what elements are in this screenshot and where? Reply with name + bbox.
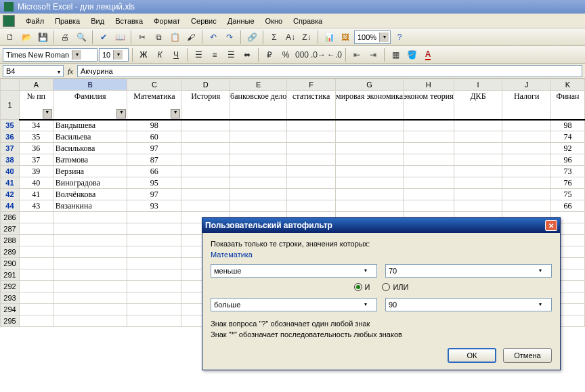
cell[interactable] [287,154,336,166]
cell[interactable] [287,177,336,189]
row-header[interactable]: 292 [1,281,20,292]
merge-center-icon[interactable]: ⬌ [240,47,255,62]
cell[interactable] [287,131,336,143]
menu-edit[interactable]: Правка [49,16,85,26]
cell[interactable]: 41 [19,189,53,200]
decrease-decimal-icon[interactable]: ←.0 [327,47,342,62]
cell[interactable] [127,223,181,235]
underline-icon[interactable]: Ч [169,47,183,62]
col-header-D[interactable]: D [181,79,230,91]
cell[interactable] [19,212,53,223]
cell[interactable]: 40 [19,177,53,189]
col-header-E[interactable]: E [230,79,287,91]
print-icon[interactable]: 🖨 [58,30,72,45]
cell[interactable] [454,177,502,189]
cell[interactable]: 87 [127,154,181,166]
cell[interactable] [53,223,127,235]
cell[interactable]: 66 [551,200,585,212]
hdr-bank[interactable]: банковское дело [230,91,287,120]
cell[interactable] [404,166,454,177]
sort-asc-icon[interactable]: A↓ [283,30,298,45]
cell[interactable] [19,235,53,246]
col-header-A[interactable]: A [19,79,53,91]
cell[interactable] [454,154,502,166]
drawing-icon[interactable]: 🖼 [338,30,353,45]
help-icon[interactable]: ? [392,30,407,45]
spellcheck-icon[interactable]: ✔ [96,30,111,45]
row-header[interactable]: 287 [1,223,20,235]
row-header[interactable]: 36 [1,131,20,143]
menu-help[interactable]: Справка [288,16,328,26]
cell[interactable] [287,189,336,200]
hdr-nalogi[interactable]: Налоги [502,91,551,120]
cell[interactable]: 98 [551,120,585,131]
row-header[interactable]: 38 [1,154,20,166]
cell[interactable] [230,131,287,143]
copy-icon[interactable]: ⧉ [151,30,166,45]
menu-data[interactable]: Данные [222,16,260,26]
font-color-icon[interactable]: A [420,47,435,62]
row-header[interactable]: 288 [1,235,20,246]
hdr-mirovaya[interactable]: мировая экономика [336,91,404,120]
cell[interactable] [53,315,127,327]
bold-icon[interactable]: Ж [136,47,151,62]
name-box[interactable]: B4 [3,65,64,77]
menu-tools[interactable]: Сервис [186,16,222,26]
cell[interactable] [53,246,127,258]
row-header[interactable]: 35 [1,120,20,131]
cell[interactable] [454,166,502,177]
save-icon[interactable]: 💾 [35,30,50,45]
cell[interactable] [181,143,230,154]
row-header[interactable]: 40 [1,166,20,177]
cell[interactable]: 36 [19,143,53,154]
row-header[interactable]: 294 [1,304,20,315]
cell[interactable] [127,212,181,223]
row-header[interactable]: 44 [1,200,20,212]
filter-button[interactable] [116,109,126,118]
autosum-icon[interactable]: Σ [267,30,282,45]
increase-indent-icon[interactable]: ⇥ [366,47,381,62]
align-center-icon[interactable]: ≡ [207,47,222,62]
italic-icon[interactable]: К [152,47,167,62]
row-header[interactable]: 42 [1,189,20,200]
cell[interactable] [181,189,230,200]
cell[interactable]: Виноградова [53,177,127,189]
cell[interactable] [230,189,287,200]
cell[interactable] [404,143,454,154]
sort-desc-icon[interactable]: Z↓ [299,30,314,45]
cell[interactable]: 35 [19,131,53,143]
cell[interactable] [287,200,336,212]
col-header-F[interactable]: F [287,79,336,91]
cell[interactable] [404,154,454,166]
cell[interactable]: 60 [127,131,181,143]
cell[interactable] [502,154,551,166]
cell[interactable]: 74 [551,131,585,143]
radio-or[interactable]: ИЛИ [382,283,408,291]
menu-view[interactable]: Вид [85,16,110,26]
condition2-value-combo[interactable]: 90 [385,298,552,311]
cell[interactable] [19,281,53,292]
cell[interactable] [404,177,454,189]
menu-file[interactable]: Файл [20,16,49,26]
cell[interactable] [230,166,287,177]
cell[interactable] [53,235,127,246]
cell[interactable]: Вандышева [53,120,127,131]
hyperlink-icon[interactable]: 🔗 [244,30,259,45]
cell[interactable]: Вязанкина [53,200,127,212]
cell[interactable]: Василькова [53,143,127,154]
cut-icon[interactable]: ✂ [135,30,150,45]
comma-icon[interactable]: 000 [295,47,309,62]
cell[interactable]: 96 [551,154,585,166]
research-icon[interactable]: 📖 [112,30,127,45]
row-header[interactable]: 291 [1,269,20,281]
row-header-1[interactable]: 1 [1,91,20,120]
cell[interactable] [502,143,551,154]
row-header[interactable]: 286 [1,212,20,223]
cell[interactable] [53,281,127,292]
cell[interactable] [19,304,53,315]
col-header-K[interactable]: K [551,79,585,91]
hdr-stat[interactable]: статистика [287,91,336,120]
cell[interactable] [127,315,181,327]
cell[interactable] [127,235,181,246]
cell[interactable]: 73 [551,166,585,177]
